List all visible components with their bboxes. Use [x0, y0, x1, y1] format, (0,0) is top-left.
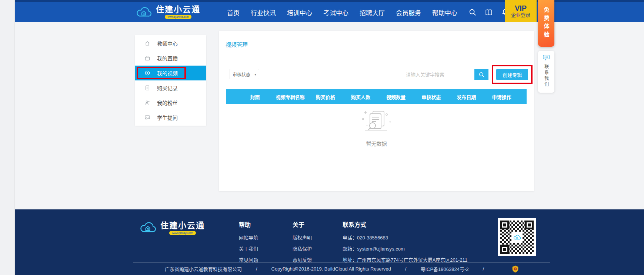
nav-item-industry-news[interactable]: 行业快讯: [251, 8, 276, 17]
free-trial-tab[interactable]: 免费体验: [538, 0, 554, 47]
qr-marker-icon: [500, 245, 509, 254]
free-trial-label: 免费体验: [543, 7, 550, 40]
comment-icon: [144, 115, 150, 120]
footer-logo-subtext: www.zjiansys.com: [169, 231, 196, 235]
audit-status-value: 审核状态: [233, 71, 250, 77]
footer-link-about-us[interactable]: 关于我们: [239, 245, 258, 252]
search-bar: [402, 69, 488, 80]
sidebar-item-label: 我的视频: [157, 69, 178, 77]
site-logo[interactable]: 住建小云通 www.zjiansys.com: [135, 5, 200, 20]
column-header-price: 购买价格: [308, 93, 343, 100]
sidebar-item-label: 教师中心: [157, 40, 178, 47]
footer-contact-title: 联系方式: [343, 220, 467, 229]
cloud-logo-icon: [139, 220, 157, 237]
page: 住建小云通 www.zjiansys.com 首页 行业快讯 培训中心 考试中心…: [0, 0, 644, 275]
footer-column-contact: 联系方式 电话：020-38556683 邮箱：system@zjiansys.…: [343, 220, 467, 267]
nav-item-exam-center[interactable]: 考试中心: [323, 8, 348, 17]
footer-link-site-nav[interactable]: 网站导航: [239, 234, 258, 241]
nav-item-training-center[interactable]: 培训中心: [287, 8, 312, 17]
column-header-video-count: 视频数量: [378, 93, 414, 100]
home-icon: [144, 40, 150, 46]
nav-item-home[interactable]: 首页: [227, 8, 240, 17]
file-icon: [144, 85, 150, 91]
title-divider: [219, 52, 534, 52]
icp-number[interactable]: 粤ICP备19063824号-2: [420, 265, 468, 272]
copyright-text: CopyRight@2016-2019. BuildCloud All Righ…: [271, 266, 391, 272]
contact-us-label: 联系我们: [543, 64, 550, 88]
search-icon: [478, 72, 485, 78]
footer-column-about: 关于 版权声明 隐私保护 意见反馈: [293, 220, 312, 267]
separator: /: [256, 266, 257, 272]
left-gutter: [0, 0, 15, 275]
empty-state-text: 暂无数据: [366, 140, 387, 147]
sidebar-item-label: 学生提问: [157, 114, 178, 121]
sidebar-item-label: 我的直播: [157, 54, 178, 62]
footer-column-help: 帮助 网站导航 关于我们 常见问题: [239, 220, 258, 267]
logo-subtext: www.zjiansys.com: [165, 15, 192, 19]
column-header-buyers: 购买人数: [343, 93, 378, 100]
footer-logo-text-block: 住建小云通 www.zjiansys.com: [160, 222, 205, 235]
logo-text-block: 住建小云通 www.zjiansys.com: [156, 6, 200, 19]
vip-enterprise-login-button[interactable]: VIP 企业登录: [505, 0, 537, 22]
page-title: 视频管理: [226, 40, 248, 48]
separator: /: [405, 266, 407, 272]
sidebar-item-my-fans[interactable]: 我的粉丝: [135, 95, 206, 110]
play-circle-icon: [144, 70, 150, 76]
nav-menu: 首页 行业快讯 培训中心 考试中心 招聘大厅 会员服务 帮助中心: [227, 8, 457, 17]
sidebar-item-my-live[interactable]: 我的直播: [135, 51, 206, 66]
search-button[interactable]: [474, 69, 488, 80]
enterprise-login-label: 企业登录: [511, 12, 530, 18]
column-header-album-name: 视频专辑名称: [273, 93, 308, 100]
qr-center-logo: [511, 232, 523, 243]
qr-marker-icon: [500, 221, 509, 229]
qr-pattern: [500, 221, 534, 254]
video-management-panel: 视频管理 审核状态 ▾ 创建专辑 封面 视频专辑名称 购买价格 购买人数 视频数…: [219, 31, 534, 191]
footer-phone: 电话：020-38556683: [343, 234, 467, 241]
footer-email: 邮箱：system@zjiansys.com: [343, 245, 467, 252]
column-header-audit-status: 审核状态: [414, 93, 449, 100]
tv-icon: [144, 55, 150, 61]
sidebar-item-purchase-records[interactable]: 购买记录: [135, 80, 206, 95]
create-album-button[interactable]: 创建专辑: [496, 69, 528, 80]
sidebar-item-student-questions[interactable]: 学生提问: [135, 110, 206, 125]
user-plus-icon: [144, 100, 150, 106]
footer-logo-name: 住建小云通: [160, 222, 205, 230]
nav-item-help-center[interactable]: 帮助中心: [432, 8, 457, 17]
qr-code: [498, 218, 536, 256]
footer-logo: 住建小云通 www.zjiansys.com: [139, 220, 205, 237]
footer-help-title: 帮助: [239, 220, 258, 229]
cloud-logo-icon: [135, 5, 152, 20]
separator: /: [483, 266, 484, 272]
logo-name: 住建小云通: [156, 6, 200, 14]
footer-link-privacy[interactable]: 隐私保护: [293, 245, 312, 252]
column-header-actions: 申请操作: [484, 93, 519, 100]
chat-bubble-icon: [543, 54, 550, 61]
table-header-row: 封面 视频专辑名称 购买价格 购买人数 视频数量 审核状态 发布日期 申请操作: [226, 89, 527, 104]
book-icon[interactable]: [485, 8, 493, 16]
footer: 住建小云通 www.zjiansys.com 帮助 网站导航 关于我们 常见问题…: [15, 209, 644, 275]
column-header-publish-date: 发布日期: [449, 93, 484, 100]
qr-marker-icon: [525, 221, 534, 229]
company-name: 广东省瀚建小云通教育科技有限公司: [165, 265, 242, 272]
audit-status-select[interactable]: 审核状态 ▾: [230, 69, 259, 79]
sidebar-item-label: 我的粉丝: [157, 99, 178, 106]
sidebar-item-my-videos-active[interactable]: 我的视频: [135, 66, 206, 80]
sidebar-item-teacher-center[interactable]: 教师中心: [135, 36, 206, 51]
vip-label: VIP: [515, 4, 527, 12]
nav-item-member-services[interactable]: 会员服务: [396, 8, 421, 17]
empty-state: 暂无数据: [219, 109, 534, 147]
keyword-search-input[interactable]: [402, 69, 474, 80]
chevron-down-icon: ▾: [254, 72, 256, 76]
footer-about-title: 关于: [293, 220, 312, 229]
sidebar: 教师中心 我的直播 我的视频 购买记录 我的粉丝 学生提问: [135, 35, 206, 126]
annotation-box-create-album: 创建专辑: [492, 65, 533, 84]
contact-us-widget[interactable]: 联系我们: [538, 51, 554, 93]
sidebar-item-label: 购买记录: [157, 84, 178, 92]
no-data-icon: [360, 109, 394, 136]
column-header-cover: 封面: [237, 93, 273, 100]
gov-badge-icon[interactable]: [512, 265, 518, 273]
nav-item-job-hall[interactable]: 招聘大厅: [360, 8, 385, 17]
footer-link-copyright-notice[interactable]: 版权声明: [293, 234, 312, 241]
search-icon[interactable]: [468, 8, 477, 16]
footer-bottom-bar: 广东省瀚建小云通教育科技有限公司 / CopyRight@2016-2019. …: [133, 263, 550, 275]
